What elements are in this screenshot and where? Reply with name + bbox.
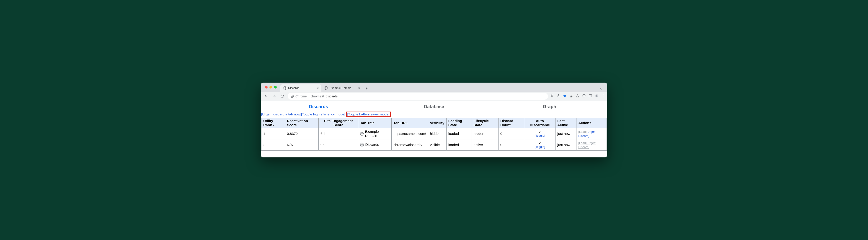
cell-auto-discardable: ✔[Toggle] — [524, 128, 556, 140]
cell-actions: [Load][Urgent Discard] — [577, 140, 607, 151]
col-last-active[interactable]: Last Active — [556, 118, 577, 128]
svg-rect-14 — [589, 94, 592, 97]
check-icon: ✔ — [526, 141, 553, 145]
col-utility-rank[interactable]: Utility Rank▲ — [261, 118, 285, 128]
bookmark-button[interactable] — [563, 94, 567, 98]
panel-icon — [589, 94, 592, 98]
table-row: 10.83726.4Example Domainhttps://example.… — [261, 128, 607, 140]
share-button[interactable] — [557, 94, 560, 98]
labs-button[interactable] — [576, 94, 580, 98]
cell-tab-url: chrome://discards/ — [392, 140, 428, 151]
cell-loading-state: loaded — [446, 140, 472, 151]
toolbar: Chrome chrome://discards — [261, 92, 607, 101]
update-icon — [582, 94, 586, 98]
col-reactivation-score[interactable]: Reactivation Score — [285, 118, 318, 128]
url-scheme: chrome:// — [311, 94, 324, 98]
tab-strip: Discards × Example Domain × + — [280, 83, 605, 92]
sidepanel-button[interactable] — [589, 94, 592, 98]
close-window-button[interactable] — [265, 86, 268, 89]
browser-tab-example[interactable]: Example Domain × — [322, 84, 363, 92]
forward-button[interactable] — [271, 93, 277, 99]
link-toggle-battery-saver[interactable]: [Toggle battery saver mode] — [347, 112, 389, 116]
toggle-auto-discardable-link[interactable]: [Toggle] — [534, 145, 545, 149]
tab-database[interactable]: Database — [376, 104, 492, 109]
table-header-row: Utility Rank▲ Reactivation Score Site En… — [261, 118, 607, 128]
page-content: Discards Database Graph [Urgent discard … — [261, 101, 607, 157]
site-chip: Chrome — [290, 94, 307, 98]
svg-point-20 — [603, 96, 603, 97]
col-loading-state[interactable]: Loading State — [446, 118, 472, 128]
omnibox-chip-text: Chrome — [296, 94, 307, 98]
col-auto-discardable[interactable]: Auto Discardable — [524, 118, 556, 128]
star-filled-icon — [563, 94, 567, 98]
flask-icon — [576, 94, 580, 98]
chevron-down-icon — [599, 87, 603, 91]
cell-loading-state: loaded — [446, 128, 472, 140]
globe-icon — [360, 143, 364, 147]
magnify-icon — [550, 94, 554, 98]
cell-visibility: hidden — [428, 128, 446, 140]
back-button[interactable] — [263, 93, 269, 99]
tab-overflow-button[interactable] — [598, 87, 605, 92]
tab-title: Discards — [288, 87, 299, 90]
link-urgent-discard-now[interactable]: [Urgent discard a tab now] — [261, 112, 301, 116]
globe-icon — [283, 87, 286, 90]
cell-lifecycle-state: active — [472, 140, 498, 151]
chrome-icon — [290, 94, 294, 98]
omnibox[interactable]: Chrome chrome://discards — [288, 93, 548, 100]
minimize-window-button[interactable] — [270, 86, 272, 89]
cell-auto-discardable: ✔[Toggle] — [524, 140, 556, 151]
cell-utility-rank: 2 — [261, 140, 285, 151]
col-visibility[interactable]: Visibility — [428, 118, 446, 128]
cell-tab-title: Example Domain — [358, 128, 392, 140]
extensions-button[interactable] — [569, 94, 573, 98]
reload-icon — [281, 94, 284, 98]
toggle-auto-discardable-link[interactable]: [Toggle] — [534, 134, 545, 137]
col-tab-url[interactable]: Tab URL — [392, 118, 428, 128]
reload-button[interactable] — [279, 93, 285, 99]
svg-point-3 — [292, 96, 293, 97]
profile-button[interactable] — [595, 94, 598, 98]
kebab-icon — [601, 94, 605, 98]
menu-button[interactable] — [601, 94, 605, 98]
toolbar-actions — [550, 94, 605, 98]
update-button[interactable] — [582, 94, 586, 98]
new-tab-button[interactable]: + — [363, 85, 370, 92]
close-tab-icon[interactable]: × — [358, 86, 360, 90]
zoom-button[interactable] — [550, 94, 554, 98]
tab-graph[interactable]: Graph — [492, 104, 607, 109]
cell-discard-count: 0 — [498, 140, 524, 151]
col-site-engagement[interactable]: Site Engagement Score — [319, 118, 358, 128]
divider — [309, 94, 309, 98]
svg-point-18 — [603, 94, 603, 95]
col-lifecycle-state[interactable]: Lifecycle State — [472, 118, 498, 128]
cell-last-active: just now — [556, 140, 577, 151]
cell-reactivation: N/A — [285, 140, 318, 151]
col-tab-title[interactable]: Tab Title — [358, 118, 392, 128]
discards-table: Utility Rank▲ Reactivation Score Site En… — [261, 118, 607, 151]
cell-tab-title-text: Example Domain — [365, 129, 390, 138]
globe-icon — [324, 87, 328, 90]
browser-window: Discards × Example Domain × + — [261, 83, 607, 157]
action-link-row: [Urgent discard a tab now][Toggle high e… — [261, 112, 607, 117]
col-discard-count[interactable]: Discard Count — [498, 118, 524, 128]
maximize-window-button[interactable] — [274, 86, 277, 89]
svg-marker-12 — [563, 94, 566, 97]
browser-tab-discards[interactable]: Discards × — [280, 84, 321, 92]
share-icon — [557, 94, 560, 98]
arrow-left-icon — [264, 94, 268, 98]
avatar-icon — [595, 94, 598, 98]
cell-visibility: visible — [428, 140, 446, 151]
svg-point-17 — [596, 95, 597, 96]
check-icon: ✔ — [526, 130, 553, 133]
tab-discards[interactable]: Discards — [261, 104, 376, 109]
link-toggle-efficiency[interactable]: [Toggle high efficiency mode] — [301, 112, 345, 116]
close-tab-icon[interactable]: × — [317, 86, 319, 90]
url-host: discards — [326, 94, 338, 98]
cell-tab-title-text: Discards — [365, 143, 379, 147]
page-tabs: Discards Database Graph — [261, 101, 607, 112]
cell-reactivation: 0.8372 — [285, 128, 318, 140]
svg-point-19 — [603, 95, 603, 96]
cell-discard-count: 0 — [498, 128, 524, 140]
col-actions[interactable]: Actions — [577, 118, 607, 128]
